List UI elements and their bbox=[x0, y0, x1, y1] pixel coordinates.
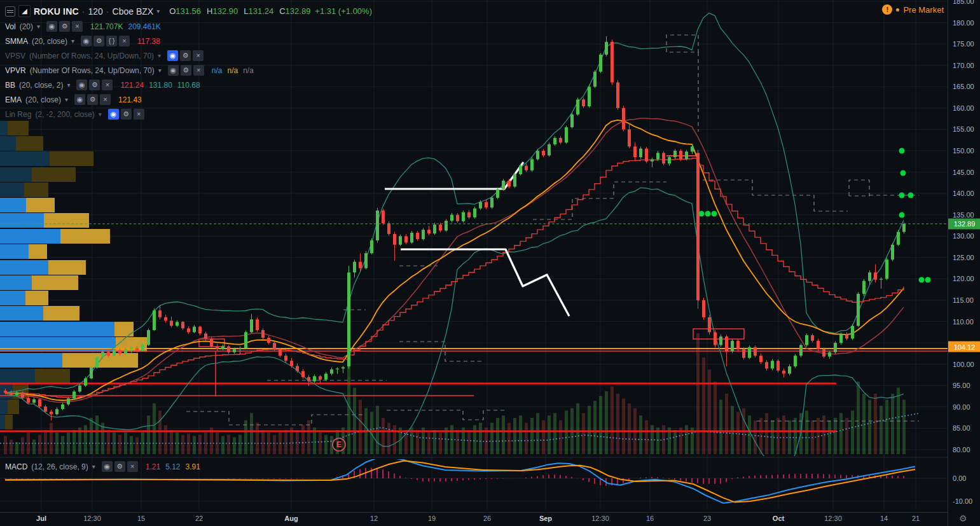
price-axis[interactable]: 185.00180.00175.00170.00165.00160.00155.… bbox=[948, 0, 980, 526]
eye-icon-button[interactable]: ◉ bbox=[74, 94, 85, 105]
indicator-params: (20, close, 2) bbox=[19, 81, 63, 90]
indicator-value: 121.24 bbox=[120, 81, 144, 90]
close-icon-button[interactable]: × bbox=[127, 461, 138, 472]
chevron-down-icon[interactable]: ▾ bbox=[67, 81, 70, 88]
status-dot-icon bbox=[896, 8, 899, 11]
time-axis[interactable]: Jul12:301522Aug121926Sep12:301623Oct12:3… bbox=[0, 512, 948, 526]
chevron-down-icon[interactable]: ▾ bbox=[158, 67, 162, 74]
eye-icon-button[interactable]: ◉ bbox=[108, 109, 119, 120]
indicator-row-ema: EMA(20, close)▾◉⚙×121.43 bbox=[5, 92, 372, 107]
time-tick-label: 12:30 bbox=[83, 515, 101, 522]
chevron-down-icon[interactable]: ▾ bbox=[65, 96, 68, 103]
indicator-buttons: ◉⚙× bbox=[76, 80, 113, 90]
last-price-badge: 132.89 bbox=[948, 218, 980, 229]
price-tick-label: 170.00 bbox=[953, 62, 974, 69]
eye-icon-button[interactable]: ◉ bbox=[102, 461, 113, 472]
separator: · bbox=[82, 6, 85, 17]
source-braces-icon-button[interactable]: { } bbox=[106, 36, 117, 46]
gear-icon-button[interactable]: ⚙ bbox=[180, 50, 191, 61]
gear-icon-button[interactable]: ⚙ bbox=[114, 461, 125, 472]
indicator-title[interactable]: VPSV bbox=[5, 52, 25, 60]
gear-icon-button[interactable]: ⚙ bbox=[87, 94, 98, 105]
exchange-value[interactable]: Cboe BZX bbox=[113, 6, 154, 17]
eye-icon-button[interactable]: ◉ bbox=[168, 65, 179, 76]
indicator-title[interactable]: EMA bbox=[5, 95, 22, 104]
price-tick-label: 115.00 bbox=[953, 296, 974, 304]
price-tick-label: 145.00 bbox=[953, 169, 974, 176]
price-tick-label: 110.00 bbox=[953, 318, 974, 326]
price-tick-label: 135.00 bbox=[953, 211, 974, 219]
price-tick-label: 120.00 bbox=[953, 275, 974, 282]
close-icon-button[interactable]: × bbox=[134, 109, 144, 120]
indicator-params: (12, 26, close, 9) bbox=[31, 462, 88, 471]
chevron-down-icon[interactable]: ▾ bbox=[92, 463, 95, 470]
chevron-down-icon[interactable]: ▾ bbox=[71, 38, 74, 45]
indicator-value: 121.707K bbox=[90, 22, 123, 31]
time-tick-label: 23 bbox=[703, 515, 711, 522]
layout-menu-icon[interactable] bbox=[5, 6, 15, 17]
price-tick-label: 95.00 bbox=[953, 382, 970, 389]
price-tick-label: 165.00 bbox=[953, 83, 974, 90]
indicator-row-vpsv: VPSV(Number Of Rows, 24, Up/Down, 70)▾◉⚙… bbox=[5, 48, 372, 63]
indicator-value: 131.80 bbox=[149, 81, 172, 90]
time-tick-label: 12:30 bbox=[591, 515, 609, 522]
chevron-down-icon[interactable]: ▾ bbox=[158, 52, 161, 59]
time-tick-label: 26 bbox=[483, 515, 491, 522]
gear-icon-button[interactable]: ⚙ bbox=[89, 80, 100, 90]
indicator-values: 121.707K209.461K bbox=[90, 22, 161, 31]
indicator-value: 1.21 bbox=[146, 462, 160, 471]
gear-icon-button[interactable]: ⚙ bbox=[121, 109, 132, 120]
indicator-buttons: ◉⚙× bbox=[168, 65, 204, 76]
gear-icon-button[interactable]: ⚙ bbox=[93, 36, 104, 46]
settings-gear-icon[interactable]: ⚙ bbox=[959, 513, 967, 523]
chevron-down-icon[interactable]: ▾ bbox=[99, 111, 102, 118]
svg-text:E: E bbox=[336, 440, 342, 449]
earnings-marker: E bbox=[333, 438, 345, 451]
close-icon-button[interactable]: × bbox=[193, 65, 204, 76]
price-tick-label: 80.00 bbox=[953, 446, 970, 453]
indicator-title[interactable]: VPVR bbox=[5, 66, 26, 75]
macd-legend: MACD(12, 26, close, 9)▾◉⚙×1.215.123.91 bbox=[5, 459, 200, 474]
price-tick-label: 130.00 bbox=[953, 232, 974, 240]
gear-icon-button[interactable]: ⚙ bbox=[181, 65, 191, 76]
indicator-buttons: ◉⚙× bbox=[46, 21, 83, 32]
interval-value[interactable]: 120 bbox=[88, 6, 103, 17]
eye-icon-button[interactable]: ◉ bbox=[81, 36, 92, 46]
separator: · bbox=[106, 6, 109, 17]
time-tick-label: Sep bbox=[539, 515, 552, 522]
indicator-title[interactable]: SMMA bbox=[5, 37, 28, 46]
eye-icon-button[interactable]: ◉ bbox=[167, 50, 178, 61]
indicator-title[interactable]: Vol bbox=[5, 22, 16, 31]
indicator-title[interactable]: MACD bbox=[5, 462, 27, 471]
price-tick-label: 100.00 bbox=[953, 361, 974, 368]
indicator-title[interactable]: Lin Reg bbox=[5, 110, 31, 119]
ohlc-item: O131.56 bbox=[169, 6, 201, 16]
alert-icon: ! bbox=[882, 4, 892, 15]
time-tick-label: 14 bbox=[880, 515, 888, 522]
ohlc-value: 131.24 bbox=[248, 6, 273, 16]
close-icon-button[interactable]: × bbox=[193, 50, 204, 61]
close-icon-button[interactable]: × bbox=[119, 36, 130, 46]
eye-icon-button[interactable]: ◉ bbox=[76, 80, 87, 90]
indicator-title[interactable]: BB bbox=[5, 81, 15, 90]
ohlc-value: 131.56 bbox=[176, 6, 201, 16]
symbol-logo-icon: ◢ bbox=[18, 5, 31, 17]
indicator-values: 117.38 bbox=[137, 37, 160, 46]
close-icon-button[interactable]: × bbox=[72, 21, 83, 32]
change-value: +1.31 (+1.00%) bbox=[315, 6, 372, 16]
time-tick-label: 21 bbox=[912, 515, 920, 522]
chevron-down-icon[interactable]: ▾ bbox=[37, 23, 40, 30]
close-icon-button[interactable]: × bbox=[100, 94, 111, 105]
indicator-params: (20, close) bbox=[25, 95, 61, 104]
ohlc-label: C bbox=[279, 6, 285, 16]
price-tick-label: 90.00 bbox=[953, 403, 970, 411]
close-icon-button[interactable]: × bbox=[102, 80, 113, 90]
ohlc-values: O131.56H132.90L131.24C132.89 bbox=[169, 6, 310, 16]
time-tick-label: 22 bbox=[195, 515, 203, 522]
gear-icon-button[interactable]: ⚙ bbox=[59, 21, 70, 32]
indicator-params: (Number Of Rows, 24, Up/Down, 70) bbox=[29, 52, 154, 60]
chevron-down-icon[interactable]: ▾ bbox=[156, 8, 160, 15]
price-tick-label: 150.00 bbox=[953, 147, 974, 155]
eye-icon-button[interactable]: ◉ bbox=[46, 21, 57, 32]
symbol-title[interactable]: ROKU INC bbox=[34, 6, 79, 17]
